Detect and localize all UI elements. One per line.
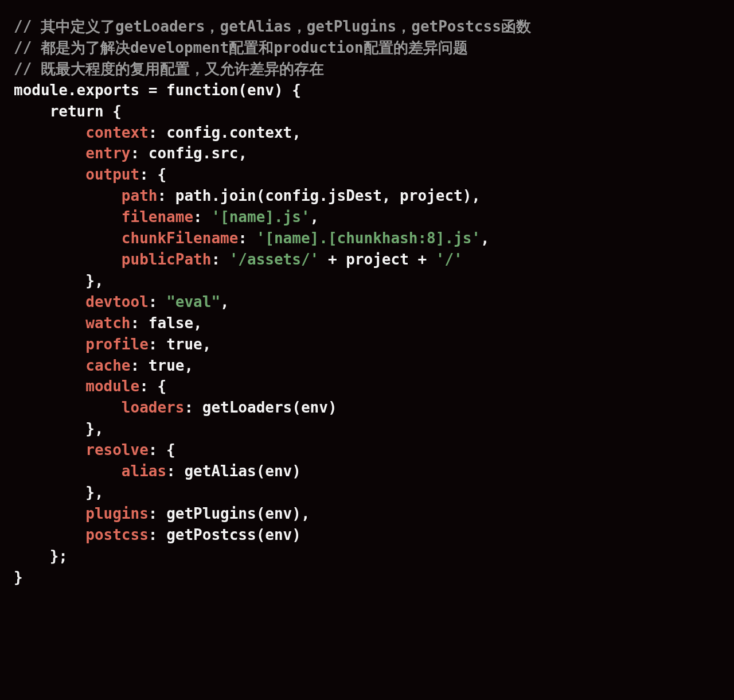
close-return: };: [50, 547, 68, 565]
prop-path: path: [122, 187, 158, 204]
comment-line-3: // 既最大程度的复用配置，又允许差异的存在: [14, 60, 324, 77]
close-resolve: },: [85, 484, 103, 501]
val-context: config.context: [166, 124, 292, 141]
code-block: // 其中定义了getLoaders，getAlias，getPlugins，g…: [14, 16, 720, 588]
keyword-return: return: [50, 103, 104, 120]
val-publicpath-mid: + project +: [319, 251, 436, 268]
prop-plugins: plugins: [85, 505, 149, 522]
val-devtool: "eval": [166, 293, 220, 310]
val-loaders: getLoaders(env): [202, 399, 337, 416]
close-module: },: [85, 420, 103, 437]
resolve-open: : {: [149, 441, 175, 458]
comment-line-1: // 其中定义了getLoaders，getAlias，getPlugins，g…: [14, 18, 531, 35]
close-output: },: [85, 272, 103, 289]
prop-context: context: [85, 124, 149, 141]
val-publicpath-s1: '/assets/': [229, 251, 319, 268]
prop-resolve: resolve: [85, 441, 149, 458]
val-publicpath-s2: '/': [436, 251, 463, 268]
val-watch: false: [149, 314, 193, 332]
prop-watch: watch: [85, 314, 130, 332]
prop-chunkfilename: chunkFilename: [122, 230, 239, 247]
val-plugins: getPlugins(env): [166, 505, 301, 522]
prop-module: module: [85, 378, 139, 395]
val-entry: config.src: [149, 145, 239, 162]
output-open: : {: [139, 166, 166, 183]
val-postcss: getPostcss(env): [166, 526, 301, 543]
comment-line-2: // 都是为了解决development配置和production配置的差异问题: [14, 39, 468, 56]
val-chunkfilename: '[name].[chunkhash:8].js': [256, 230, 481, 247]
val-cache: true: [149, 357, 185, 374]
prop-alias: alias: [122, 462, 166, 480]
prop-postcss: postcss: [85, 526, 149, 543]
prop-filename: filename: [122, 208, 193, 225]
prop-cache: cache: [85, 357, 130, 374]
val-profile: true: [166, 336, 202, 353]
val-filename: '[name].js': [211, 208, 310, 225]
prop-output: output: [85, 166, 139, 183]
prop-devtool: devtool: [85, 293, 149, 310]
prop-entry: entry: [85, 145, 130, 162]
return-open: {: [104, 103, 122, 120]
close-fn: }: [14, 569, 23, 586]
fn-params: (env) {: [238, 81, 301, 99]
module-exports: module.exports =: [14, 81, 166, 99]
prop-profile: profile: [85, 336, 149, 353]
prop-publicpath: publicPath: [122, 251, 212, 268]
keyword-function: function: [166, 81, 238, 99]
prop-loaders: loaders: [122, 399, 185, 416]
val-alias: getAlias(env): [184, 462, 301, 480]
val-path: path.join(config.jsDest, project): [175, 187, 472, 204]
module-open: : {: [139, 378, 166, 395]
